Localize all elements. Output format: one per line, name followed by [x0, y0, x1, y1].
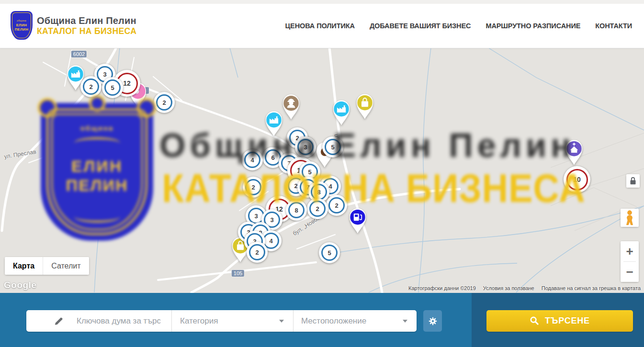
cluster-count: 8: [311, 184, 327, 200]
cluster-marker[interactable]: 2: [80, 76, 102, 97]
map-type-control: Карта Сателит: [5, 257, 89, 275]
cluster-count: 2: [156, 94, 172, 111]
map-lock-button[interactable]: [626, 174, 640, 188]
pencil-icon: [54, 316, 64, 326]
lock-icon: [626, 174, 640, 188]
cluster-marker[interactable]: 5: [322, 136, 343, 157]
church-pin[interactable]: [563, 138, 585, 166]
google-logo[interactable]: Google: [4, 280, 36, 291]
cluster-count: 3: [297, 139, 314, 155]
road-number-shield: 6002: [71, 51, 87, 57]
nav-contacts[interactable]: КОНТАКТИ: [595, 22, 632, 30]
nav-route-schedule[interactable]: МАРШРУТНО РАЗПИСАНИЕ: [486, 22, 580, 30]
site-subtitle: КАТАЛОГ НА БИЗНЕСА: [37, 26, 136, 36]
cluster-marker[interactable]: 2: [307, 198, 328, 219]
category-select[interactable]: Категория: [171, 310, 293, 332]
site-title: Община Елин Пелин: [37, 15, 136, 26]
pegman-icon: [623, 210, 636, 225]
search-button[interactable]: ТЪРСЕНЕ: [486, 310, 633, 332]
map-type-map-button[interactable]: Карта: [5, 257, 43, 275]
advanced-settings-button[interactable]: [423, 310, 442, 332]
cluster-marker[interactable]: 2: [247, 242, 268, 263]
cluster-count: 5: [325, 139, 341, 155]
cluster-marker[interactable]: 3: [295, 136, 316, 157]
site-logo[interactable]: община ЕЛИН ПЕЛИН Община Елин Пелин КАТА…: [11, 11, 136, 40]
nav-add-business[interactable]: ДОБАВЕТЕ ВАШИЯТ БИЗНЕС: [370, 22, 471, 30]
keyword-input[interactable]: [76, 316, 161, 326]
cluster-count: 5: [321, 245, 338, 261]
attribution-link[interactable]: Подаване на сигнал за грешка в картата: [542, 285, 641, 291]
cluster-marker[interactable]: 2: [154, 92, 175, 113]
cluster-count: 2: [309, 201, 326, 217]
keyword-field[interactable]: [26, 310, 171, 332]
main-nav: ЦЕНОВА ПОЛИТИКАДОБАВЕТЕ ВАШИЯТ БИЗНЕСМАР…: [285, 4, 632, 48]
business-catalog-app: община ЕЛИН ПЕЛИН Община Елин Пелин КАТА…: [0, 0, 644, 347]
zoom-out-button[interactable]: −: [621, 262, 639, 282]
factory-pin[interactable]: [330, 99, 352, 126]
top-strip: [0, 0, 644, 4]
zoom-control: + −: [621, 241, 639, 282]
nav-pricing-policy[interactable]: ЦЕНОВА ПОЛИТИКА: [285, 22, 355, 30]
attribution-link[interactable]: Условия за ползване: [483, 285, 534, 291]
map-attribution: Картографски данни ©2019Условия за ползв…: [408, 285, 641, 291]
fuel-pin[interactable]: [347, 207, 369, 234]
cluster-marker[interactable]: 4: [242, 149, 263, 170]
street-view-pegman-button[interactable]: [621, 209, 639, 227]
factory-pin[interactable]: [263, 110, 285, 137]
caret-down-icon: [279, 320, 284, 323]
zoom-in-button[interactable]: +: [621, 241, 639, 261]
search-icon: [530, 316, 540, 326]
cluster-count: 4: [244, 152, 260, 168]
cluster-count: 2: [249, 244, 265, 260]
municipality-crest-icon: община ЕЛИН ПЕЛИН: [11, 11, 33, 40]
gear-icon: [428, 316, 438, 326]
location-select[interactable]: Местоположение: [293, 310, 417, 332]
cluster-count: 8: [288, 202, 305, 218]
attribution-text: Картографски данни ©2019: [408, 285, 476, 291]
header: община ЕЛИН ПЕЛИН Община Елин Пелин КАТА…: [0, 4, 644, 48]
search-fields-row: Категория Местоположение: [26, 310, 417, 332]
cluster-marker[interactable]: 2: [243, 177, 264, 198]
cluster-count: 5: [104, 79, 121, 96]
cluster-count: 2: [245, 179, 261, 195]
cluster-marker[interactable]: 8: [286, 200, 307, 221]
road-number-shield: 105: [232, 270, 244, 277]
map-viewport[interactable]: ул. Преславциябул. „Новосел 6002105 3122…: [0, 48, 644, 293]
search-bar: Категория Местоположение: [0, 293, 644, 347]
cluster-marker[interactable]: 5: [102, 77, 123, 98]
map-type-satellite-button[interactable]: Сателит: [43, 257, 89, 275]
cluster-count: 10: [566, 169, 588, 190]
cluster-marker[interactable]: 2: [326, 195, 347, 216]
cluster-marker[interactable]: 5: [319, 242, 340, 263]
cluster-marker[interactable]: 10: [564, 166, 590, 193]
bag-pin[interactable]: [354, 92, 376, 120]
cluster-count: 2: [328, 197, 345, 213]
caret-down-icon: [403, 320, 407, 323]
cluster-count: 2: [83, 78, 99, 95]
